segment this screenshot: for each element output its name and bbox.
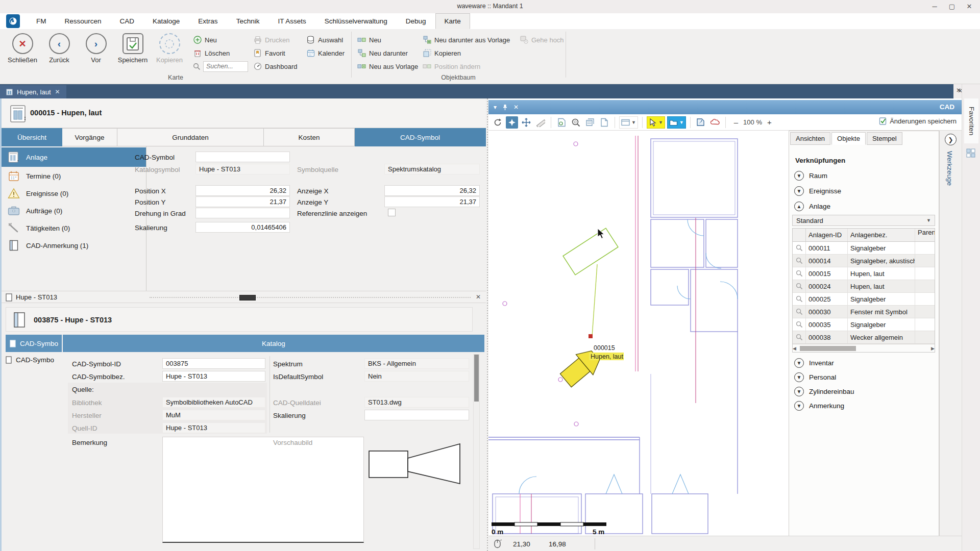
splitter-drag-handle[interactable]: [239, 295, 256, 300]
zoom-in-button[interactable]: +: [767, 118, 772, 127]
sidebar-item-cad-anmerkung[interactable]: CAD-Anmerkung (1): [2, 237, 146, 254]
magnifier-icon[interactable]: [793, 280, 806, 292]
refresh-icon[interactable]: [492, 116, 504, 129]
close-favoriten-icon[interactable]: ✕: [956, 87, 961, 94]
catalog-tab-katalog[interactable]: Katalog: [63, 335, 484, 352]
scrollbar-thumb[interactable]: [800, 346, 856, 351]
sidebar-item-taetigkeiten[interactable]: Tätigkeiten (0): [2, 220, 146, 236]
menu-item[interactable]: Extras: [189, 13, 227, 29]
cat-skalierung-input[interactable]: [364, 410, 469, 420]
position-aendern-button[interactable]: Position ändern: [423, 61, 510, 72]
chevron-up-icon[interactable]: ▲: [794, 202, 804, 211]
zoom-page-icon[interactable]: [555, 116, 568, 129]
catalog-tab-cad-symbol[interactable]: CAD-Symbo: [6, 335, 62, 352]
tab-kosten[interactable]: Kosten: [264, 128, 355, 146]
chevron-down-icon[interactable]: ▼: [794, 358, 804, 368]
close-button[interactable]: ✕: [961, 0, 978, 13]
loeschen-button[interactable]: Löschen: [193, 47, 248, 59]
chevron-down-icon[interactable]: ▼: [794, 401, 804, 411]
tab-uebersicht[interactable]: Übersicht: [2, 128, 62, 146]
maximize-button[interactable]: ▢: [943, 0, 961, 13]
menu-item[interactable]: Debug: [397, 13, 435, 29]
tab-ansichten[interactable]: Ansichten: [790, 132, 830, 145]
drucken-button[interactable]: Drucken: [253, 34, 298, 45]
center-view-icon[interactable]: [506, 116, 518, 129]
link-group[interactable]: ▼ Anmerkung: [794, 401, 854, 411]
magnifier-icon[interactable]: [793, 267, 806, 280]
new-page-icon[interactable]: [598, 116, 610, 129]
kopieren-button[interactable]: Kopieren: [151, 33, 188, 64]
dashboard-button[interactable]: Dashboard: [253, 61, 298, 72]
objekt-neu-aus-vorlage-button[interactable]: Neu aus Vorlage: [357, 61, 418, 72]
skalierung-input[interactable]: 0,01465406: [195, 222, 290, 233]
menu-item[interactable]: FM: [27, 13, 56, 29]
catalog-scrollbar[interactable]: [473, 354, 480, 549]
search-input[interactable]: [203, 61, 248, 72]
objekt-neu-darunter-button[interactable]: Neu darunter: [357, 47, 418, 59]
chevron-down-icon[interactable]: ▼: [794, 171, 804, 181]
splitter-close-icon[interactable]: ✕: [476, 293, 481, 300]
table-row[interactable]: 000035 Signalgeber: [793, 318, 935, 331]
tab-grunddaten[interactable]: Grunddaten: [117, 128, 264, 146]
scrollbar-thumb[interactable]: [474, 355, 479, 402]
selection-rect[interactable]: [563, 228, 618, 274]
magnifier-icon[interactable]: [793, 306, 806, 318]
zoom-out-button[interactable]: –: [734, 118, 738, 127]
magnifier-icon[interactable]: [793, 318, 806, 331]
view-window-dropdown[interactable]: ▼: [619, 116, 638, 129]
doc-tab-hupen-laut[interactable]: Hupen, laut ✕: [0, 85, 66, 98]
chevron-down-icon[interactable]: ▼: [794, 186, 804, 196]
menu-item[interactable]: Ressourcen: [56, 13, 111, 29]
panel-close-icon[interactable]: ✕: [513, 104, 519, 111]
table-row[interactable]: 000025 Signalgeber: [793, 293, 935, 306]
favoriten-grid-icon[interactable]: [966, 148, 975, 158]
anlage-filter-dropdown[interactable]: Standard ▼: [792, 215, 935, 226]
tab-objekte[interactable]: Objekte: [831, 132, 866, 145]
sidebar-item-ereignisse[interactable]: Ereignisse (0): [2, 185, 146, 202]
neu-button[interactable]: Neu: [193, 34, 248, 45]
table-row[interactable]: 000038 Wecker allgemein: [793, 331, 935, 344]
sidebar-item-anlage[interactable]: Anlage: [2, 147, 146, 167]
werkzeuge-tab[interactable]: Werkzeuge: [946, 151, 953, 186]
kalender-button[interactable]: Kalender: [306, 47, 345, 59]
objekt-kopieren-button[interactable]: Kopieren: [423, 47, 510, 59]
auswahl-button[interactable]: Auswahl: [306, 34, 345, 45]
zurueck-button[interactable]: ‹ Zurück: [41, 33, 78, 64]
tab-vorgaenge[interactable]: Vorgänge: [62, 128, 117, 146]
minimize-button[interactable]: ─: [926, 0, 943, 13]
link-group[interactable]: ▼ Raum: [794, 171, 841, 181]
doc-tab-close-icon[interactable]: ✕: [55, 88, 60, 95]
layers-icon[interactable]: [584, 116, 596, 129]
cad-symbol-input[interactable]: [195, 152, 290, 162]
export-pdf-icon[interactable]: [695, 116, 707, 129]
link-group[interactable]: ▼ Zylindereinbau: [794, 387, 854, 396]
pin-icon[interactable]: [503, 104, 507, 111]
position-x-input[interactable]: 26,32: [195, 185, 290, 196]
magnifier-icon[interactable]: [793, 293, 806, 305]
panel-splitter[interactable]: Hupe - ST013 ✕: [2, 291, 486, 303]
cad-map-viewport[interactable]: 000015 Hupen, laut 0 m 5 m: [488, 131, 789, 536]
select-tool-dropdown[interactable]: ▼: [647, 116, 665, 129]
referenzlinie-checkbox[interactable]: [388, 209, 396, 216]
sidebar-item-termine[interactable]: Termine (0): [2, 168, 146, 184]
vor-button[interactable]: › Vor: [78, 33, 114, 64]
revision-cloud-icon[interactable]: [709, 116, 721, 129]
zoom-window-icon[interactable]: [570, 116, 582, 129]
chevron-down-icon[interactable]: ▼: [794, 372, 804, 382]
link-group[interactable]: ▼ Ereignisse: [794, 186, 841, 196]
sidebar-item-auftraege[interactable]: Aufträge (0): [2, 203, 146, 219]
objekt-neu-darunter-vorlage-button[interactable]: Neu darunter aus Vorlage: [423, 34, 510, 45]
catalog-side-item[interactable]: CAD-Symbo: [6, 356, 62, 364]
table-h-scrollbar[interactable]: ◀ ▶: [793, 344, 935, 352]
menu-item[interactable]: Kataloge: [143, 13, 189, 29]
menu-item[interactable]: Technik: [227, 13, 269, 29]
panel-menu-icon[interactable]: ▾: [494, 104, 497, 111]
link-group[interactable]: ▼ Inventar: [794, 358, 854, 368]
menu-item[interactable]: CAD: [111, 13, 144, 29]
tab-cad-symbol[interactable]: CAD-Symbol: [355, 128, 486, 146]
magnifier-icon[interactable]: [793, 255, 806, 267]
save-changes-button[interactable]: Änderungen speichern: [879, 117, 957, 125]
position-y-input[interactable]: 21,37: [195, 196, 290, 207]
app-logo-icon[interactable]: [6, 14, 20, 28]
schliessen-button[interactable]: ✕ Schließen: [4, 33, 41, 64]
